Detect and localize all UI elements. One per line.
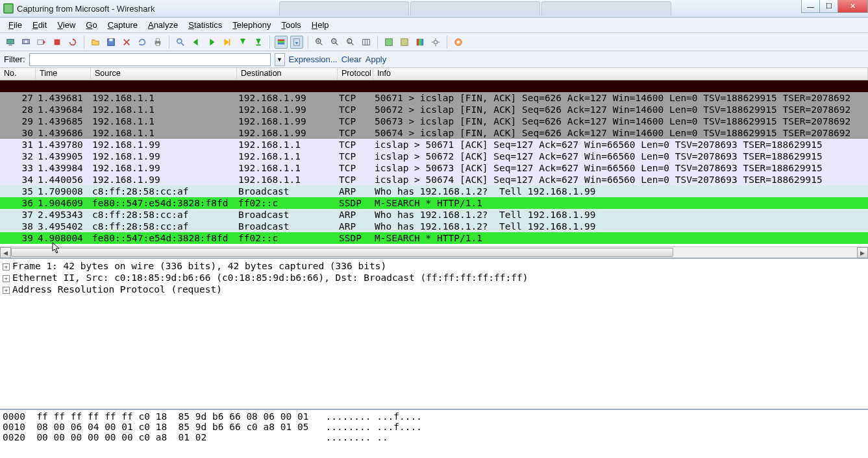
minimize-button[interactable]: — (801, 0, 820, 13)
packet-row[interactable]: 321.439905192.168.1.99192.168.1.1TCPicsl… (0, 151, 868, 162)
menu-analyze[interactable]: Analyze (143, 18, 183, 32)
svg-line-15 (181, 42, 184, 45)
background-tab[interactable] (541, 1, 671, 16)
menu-help[interactable]: Help (306, 18, 334, 32)
titlebar: Capturing from Microsoft - Wireshark — ☐… (0, 0, 868, 18)
packet-row[interactable] (0, 80, 868, 92)
svg-rect-6 (55, 39, 60, 45)
column-header-info[interactable]: Info (373, 68, 868, 80)
go-to-packet-icon[interactable] (221, 36, 234, 49)
toolbar: 1 (0, 33, 868, 51)
menu-tools[interactable]: Tools (277, 18, 306, 32)
packet-row[interactable]: 361.904609fe80::547:e54d:3828:f8fdff02::… (0, 197, 868, 209)
hex-line[interactable]: 0010 08 00 06 04 00 01 c0 18 85 9d b6 66… (3, 422, 865, 432)
packet-row[interactable]: 394.908004fe80::547:e54d:3828:f8fdff02::… (0, 232, 868, 244)
svg-marker-16 (193, 38, 198, 45)
packet-row[interactable]: 331.439984192.168.1.99192.168.1.1TCPicsl… (0, 162, 868, 174)
zoom-reset-icon[interactable]: 1 (344, 36, 357, 49)
packet-row[interactable]: 291.439685192.168.1.1192.168.1.99TCP5067… (0, 115, 868, 127)
svg-rect-9 (109, 38, 112, 41)
menu-file[interactable]: File (3, 18, 27, 32)
preferences-icon[interactable] (429, 36, 442, 49)
menu-edit[interactable]: Edit (27, 18, 52, 32)
reload-icon[interactable] (136, 36, 149, 49)
open-file-icon[interactable] (89, 36, 102, 49)
packet-row[interactable]: 281.439684192.168.1.1192.168.1.99TCP5067… (0, 104, 868, 115)
svg-rect-45 (419, 38, 421, 45)
scroll-left-icon[interactable]: ◀ (0, 247, 11, 258)
close-file-icon[interactable] (120, 36, 133, 49)
column-header-time[interactable]: Time (36, 68, 91, 80)
filter-input[interactable] (29, 53, 271, 66)
coloring-rules-icon[interactable] (414, 36, 427, 49)
packet-row[interactable]: 383.495402c8:ff:28:58:cc:afBroadcastARPW… (0, 221, 868, 232)
column-header-source[interactable]: Source (91, 68, 237, 80)
background-tab[interactable] (279, 1, 409, 16)
expression-link[interactable]: Expression... (289, 54, 338, 64)
packet-row[interactable]: 341.440056192.168.1.99192.168.1.1TCPicsl… (0, 174, 868, 186)
go-last-icon[interactable] (252, 36, 265, 49)
menu-statistics[interactable]: Statistics (183, 18, 227, 32)
colorize-icon[interactable] (275, 36, 288, 49)
horizontal-scrollbar[interactable]: ◀ ▶ (0, 247, 868, 258)
close-button[interactable]: ✕ (837, 0, 868, 13)
stop-capture-icon[interactable] (51, 36, 64, 49)
tree-item[interactable]: +Ethernet II, Src: c0:18:85:9d:b6:66 (c0… (3, 272, 865, 283)
svg-rect-1 (8, 44, 12, 45)
zoom-in-icon[interactable] (313, 36, 326, 49)
expand-icon[interactable]: + (3, 263, 10, 271)
hex-line[interactable]: 0020 00 00 00 00 00 00 c0 a8 01 02 .....… (3, 432, 865, 442)
resize-columns-icon[interactable] (360, 36, 373, 49)
help-icon[interactable] (452, 36, 465, 49)
clear-link[interactable]: Clear (341, 54, 362, 64)
svg-rect-25 (278, 41, 285, 43)
find-packet-icon[interactable] (174, 36, 187, 49)
packet-row[interactable]: 372.495343c8:ff:28:58:cc:afBroadcastARPW… (0, 209, 868, 221)
packet-list[interactable]: 271.439681192.168.1.1192.168.1.99TCP5067… (0, 80, 868, 247)
packet-row[interactable]: 271.439681192.168.1.1192.168.1.99TCP5067… (0, 92, 868, 104)
go-first-icon[interactable] (236, 36, 249, 49)
go-forward-icon[interactable] (205, 36, 218, 49)
column-header-destination[interactable]: Destination (237, 68, 338, 80)
background-tab[interactable] (410, 1, 540, 16)
hex-line[interactable]: 0000 ff ff ff ff ff ff c0 18 85 9d b6 66… (3, 411, 865, 422)
tree-item[interactable]: +Address Resolution Protocol (request) (3, 283, 865, 295)
svg-point-14 (177, 38, 182, 43)
menu-telephony[interactable]: Telephony (227, 18, 276, 32)
scroll-right-icon[interactable]: ▶ (857, 247, 868, 258)
autoscroll-icon[interactable] (290, 36, 303, 49)
svg-rect-23 (256, 44, 261, 45)
maximize-button[interactable]: ☐ (819, 0, 838, 13)
interfaces-icon[interactable] (4, 36, 17, 49)
packet-details-pane[interactable]: +Frame 1: 42 bytes on wire (336 bits), 4… (0, 258, 868, 409)
scroll-thumb[interactable] (11, 248, 673, 257)
filter-label: Filter: (4, 54, 25, 64)
packet-row[interactable]: 311.439780192.168.1.99192.168.1.1TCPicsl… (0, 139, 868, 151)
expand-icon[interactable]: + (3, 275, 10, 282)
start-capture-icon[interactable] (35, 36, 48, 49)
options-icon[interactable] (19, 36, 32, 49)
column-header-protocol[interactable]: Protocol (338, 68, 373, 80)
background-tabs (279, 1, 671, 16)
packet-row[interactable]: 351.709008c8:ff:28:58:cc:afBroadcastARPW… (0, 186, 868, 197)
zoom-out-icon[interactable] (329, 36, 341, 49)
restart-capture-icon[interactable] (66, 36, 79, 49)
column-header-no[interactable]: No. (0, 68, 36, 80)
save-file-icon[interactable] (105, 36, 118, 49)
menu-go[interactable]: Go (81, 18, 102, 32)
go-back-icon[interactable] (190, 36, 203, 49)
menu-view[interactable]: View (52, 18, 81, 32)
display-filters-icon[interactable] (398, 36, 411, 49)
svg-marker-5 (43, 40, 46, 44)
expand-icon[interactable]: + (3, 287, 10, 294)
filter-dropdown-icon[interactable]: ▼ (275, 53, 285, 66)
capture-filters-icon[interactable] (382, 36, 395, 49)
menu-capture[interactable]: Capture (103, 18, 143, 32)
svg-text:1: 1 (348, 38, 351, 43)
apply-link[interactable]: Apply (366, 54, 387, 64)
svg-rect-46 (421, 38, 424, 45)
packet-row[interactable]: 301.439686192.168.1.1192.168.1.99TCP5067… (0, 127, 868, 139)
print-icon[interactable] (151, 36, 164, 49)
tree-item[interactable]: +Frame 1: 42 bytes on wire (336 bits), 4… (3, 260, 865, 272)
packet-bytes-pane[interactable]: 0000 ff ff ff ff ff ff c0 18 85 9d b6 66… (0, 409, 868, 455)
